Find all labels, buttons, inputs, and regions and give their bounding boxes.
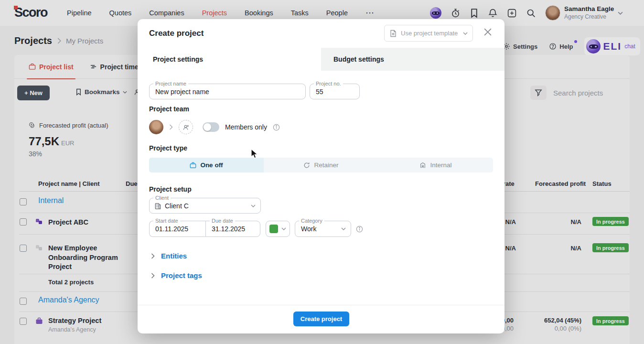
tab-budget-settings[interactable]: Budget settings [321,48,504,71]
info-icon[interactable] [273,124,280,131]
chevron-down-icon [463,32,468,35]
create-project-button[interactable]: Create project [293,312,349,326]
template-button-label: Use project template [401,30,459,37]
field-label: Due date [210,218,235,224]
chevron-down-icon [341,227,346,230]
segment-internal[interactable]: Internal [378,158,493,172]
project-name-field[interactable]: Project name New project name [149,84,306,99]
chevron-right-icon [169,124,173,130]
chevron-right-icon [151,253,155,259]
retainer-cycle-icon [303,162,310,169]
project-type-segments: One off Retainer Internal [149,158,493,172]
field-value: New project name [155,88,209,96]
info-icon[interactable] [356,226,363,233]
start-date-field[interactable]: Start date 01.11.2025 [149,221,205,237]
field-value: Work [301,225,316,233]
chevron-down-icon [281,227,286,230]
members-only-label: Members only [225,123,267,131]
project-type-heading: Project type [149,144,187,152]
close-icon [484,28,492,36]
close-button[interactable] [483,27,493,37]
project-team-heading: Project team [149,105,189,113]
entities-label: Entities [161,252,187,260]
tab-project-settings[interactable]: Project settings [138,48,321,71]
category-select[interactable]: Category Work [295,221,351,237]
company-icon [154,203,161,210]
color-swatch [269,225,278,233]
person-add-icon [182,124,190,131]
project-tags-section-toggle[interactable]: Project tags [151,271,202,280]
modal-tabs: Budget settings Project settings [138,48,504,71]
chevron-right-icon [151,273,155,279]
segment-label: Internal [430,161,451,169]
field-label: Project no. [314,81,343,86]
create-project-modal: Create project Use project template Budg… [138,19,504,333]
entities-section-toggle[interactable]: Entities [151,252,187,260]
chevron-down-icon [251,204,256,207]
tab-label: Project settings [153,55,203,63]
field-label: Category [299,218,324,224]
project-setup-heading: Project setup [149,185,192,193]
internal-icon [419,162,426,169]
field-value: Client C [165,202,189,210]
project-tags-label: Project tags [161,271,202,280]
mouse-cursor [250,149,259,159]
briefcase-icon [190,162,196,169]
template-icon [389,30,397,37]
due-date-field[interactable]: Due date 31.12.2025 [205,221,260,237]
add-team-member-button[interactable] [179,120,193,134]
color-select[interactable] [266,221,290,237]
segment-one-off[interactable]: One off [149,158,264,172]
tab-label: Budget settings [333,55,384,63]
project-no-field[interactable]: Project no. 55 [310,84,360,99]
field-label: Project name [153,81,188,86]
toggle-knob [204,123,211,131]
members-only-toggle[interactable] [203,122,219,132]
modal-title: Create project [149,29,204,38]
modal-footer: Create project [138,305,504,333]
field-value: 55 [316,88,323,96]
segment-label: One off [200,161,223,169]
field-label: Start date [153,218,180,224]
project-team-row: Members only [149,119,280,135]
segment-label: Retainer [314,161,338,169]
field-value: 31.12.2025 [212,225,245,233]
team-member-avatar[interactable] [149,120,163,134]
client-select[interactable]: Client Client C [149,198,261,214]
field-value: 01.11.2025 [155,225,188,233]
use-project-template-dropdown[interactable]: Use project template [384,25,473,42]
field-label: Client [153,195,171,201]
segment-retainer[interactable]: Retainer [264,158,378,172]
